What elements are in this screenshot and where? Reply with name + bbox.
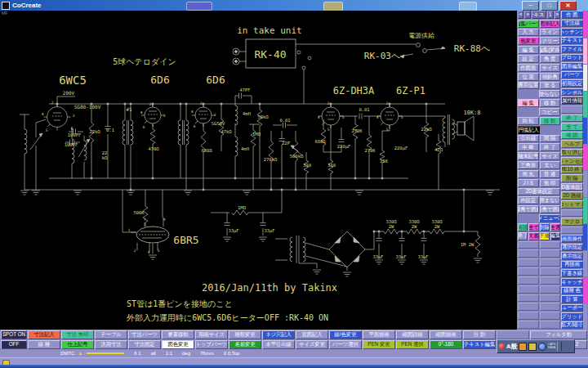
sidebar-button[interactable]: 編集(変曲) — [540, 46, 561, 54]
sidebar-menu-button[interactable]: 拡大/縮小 — [561, 321, 583, 330]
sidebar-button[interactable]: 全選 — [550, 223, 560, 231]
sidebar-pager-button[interactable]: « — [518, 11, 523, 19]
sidebar-menu-button[interactable]: 下書き線 — [561, 269, 583, 277]
sidebar-button[interactable]: 設 定 — [518, 55, 539, 63]
sidebar-menu-button[interactable]: テキスト — [561, 37, 583, 45]
sidebar-pager-button[interactable]: » — [524, 11, 530, 19]
toolbar-button[interactable]: トップパーツ — [195, 340, 228, 349]
sidebar-menu-button[interactable]: 初期設定 — [561, 79, 583, 88]
sidebar-button[interactable]: 塗 る — [540, 82, 561, 90]
sidebar-menu-button[interactable]: 表示指定 — [561, 252, 583, 260]
sidebar-pager-button[interactable]: 1 — [547, 11, 553, 19]
toolbar-button[interactable]: PEN 選択 — [396, 340, 429, 349]
sidebar-menu-button[interactable]: シンボル — [561, 88, 583, 96]
ime-help-icon[interactable] — [538, 343, 546, 351]
toolbar-button[interactable]: 縮図詳細 — [396, 330, 429, 339]
toolbar-button[interactable]: 線 種 — [28, 340, 60, 349]
drawing-canvas[interactable]: MF in take unitRK-40電源供給RK-03へRK-88へ5球ヘテ… — [0, 11, 517, 330]
sidebar-menu-button[interactable]: キャンセル — [561, 157, 583, 165]
toolbar-button[interactable]: 寸法 矢印 — [61, 330, 94, 339]
toolbar-button[interactable]: 寸法記入 — [28, 330, 60, 339]
sidebar-button[interactable]: 表示位置 — [518, 82, 539, 90]
toolbar-button[interactable]: 窓図記入 — [296, 330, 328, 339]
toolbar-button[interactable]: 要素移動 — [162, 330, 194, 339]
sidebar-button[interactable]: 入 力 — [518, 29, 539, 37]
toolbar-button[interactable]: テキスト編集 — [463, 340, 496, 349]
sidebar-button[interactable]: ライン — [540, 29, 561, 37]
ime-pad-icon[interactable] — [528, 343, 537, 351]
toolbar-button[interactable]: 名前変更 — [229, 340, 261, 349]
ime-mode-button[interactable]: A般 — [506, 343, 517, 351]
toolbar-button[interactable]: 線/色変更 — [329, 330, 362, 339]
sidebar-button[interactable]: 間 隔 — [540, 135, 561, 143]
toolbar-button[interactable]: 寸法固定 — [128, 340, 161, 349]
sidebar-button[interactable]: 確認 — [518, 223, 528, 231]
ime-pen-icon[interactable] — [519, 343, 527, 351]
toolbar-button[interactable]: 寸法パーツ — [128, 330, 161, 339]
sidebar-button[interactable]: 編 集 — [518, 99, 539, 107]
sidebar-button[interactable]: 移 動 — [540, 99, 561, 107]
sidebar-button[interactable]: 終了 — [518, 232, 528, 240]
toolbar-button[interactable]: PEN 変更 — [363, 340, 395, 349]
toolbar-button[interactable]: 平面描画 — [363, 330, 395, 339]
sidebar-button[interactable]: 塗らない — [539, 90, 561, 98]
sidebar-button[interactable]: 端末記号 — [518, 152, 539, 160]
sidebar-button[interactable]: 傾斜角 — [540, 73, 561, 81]
sidebar-button[interactable]: 縁角で囲む — [518, 205, 539, 213]
sidebar-menu-button[interactable]: 2D 路線 — [561, 191, 583, 200]
toolbar-button[interactable]: SPOT ON — [1, 330, 27, 339]
sidebar-menu-button[interactable]: ファイル — [561, 45, 583, 53]
toolbar-button[interactable]: フィルタ動 — [530, 330, 587, 339]
toolbar-button[interactable]: OFF — [1, 340, 27, 349]
sidebar-button[interactable]: 円弧記入 — [518, 126, 540, 134]
sidebar-menu-button[interactable]: ビューポート — [561, 304, 583, 312]
sidebar-button[interactable]: 編 集 — [518, 46, 539, 54]
toolbar-button[interactable]: 種類変更 — [229, 330, 261, 339]
sidebar-button[interactable]: 削除 — [540, 223, 550, 231]
sidebar-menu-button[interactable]: 計 算 — [561, 295, 583, 303]
minimize-button[interactable]: ─ — [522, 1, 539, 11]
ime-toolbar[interactable]: A般 CAPS KANA — [497, 339, 575, 353]
toolbar-button[interactable]: 図色変更 — [162, 340, 194, 349]
sidebar-button[interactable]: 引出線 — [518, 135, 539, 143]
toolbar-button[interactable]: 0°-180 — [430, 340, 462, 349]
sidebar-menu-button[interactable]: 取り消し — [561, 149, 583, 157]
sidebar-button[interactable]: 下連 — [540, 232, 550, 240]
sidebar-button[interactable]: サイズ — [540, 64, 561, 72]
sidebar-button[interactable]: 太 い — [540, 161, 561, 169]
sidebar-menu-button[interactable]: 全 て — [561, 123, 583, 131]
sidebar-menu-button[interactable]: 確 認 — [561, 132, 583, 140]
sidebar-button[interactable]: 斜角で囲む — [540, 205, 561, 213]
sidebar-menu-button[interactable]: 寸法線 — [561, 20, 583, 28]
sidebar-button[interactable]: 移 動 — [540, 117, 561, 125]
sidebar-button[interactable]: 黒 丸 — [518, 170, 539, 178]
sidebar-menu-button[interactable]: グリッド — [561, 312, 583, 321]
toolbar-button[interactable]: 用紙サイズ — [195, 330, 228, 339]
toolbar-button[interactable]: 水平引出線 — [262, 340, 295, 349]
maximize-button[interactable]: □ — [541, 1, 558, 11]
window-titlebar[interactable]: CoCreate ─ □ ✕ — [0, 0, 588, 11]
sidebar-button[interactable]: 普 通 — [540, 170, 561, 178]
close-button[interactable]: ✕ — [559, 1, 577, 11]
toolbar-button[interactable]: 汎用寸法 — [95, 340, 127, 349]
sidebar-menu-button[interactable]: 再描画 — [561, 261, 583, 269]
sidebar-button[interactable]: 無 印 — [540, 179, 561, 187]
sidebar-button[interactable]: スクリーン — [540, 37, 561, 45]
sidebar-button[interactable]: 編集パーツ — [518, 20, 539, 28]
sidebar-button[interactable]: J I S — [518, 179, 539, 187]
sidebar-menu-button[interactable]: 図形編集 — [561, 62, 583, 70]
toolbar-button[interactable]: 仕上記号 — [61, 340, 94, 349]
sidebar-button[interactable]: 位 置 — [518, 73, 539, 81]
sidebar-menu-button[interactable]: ハッチング — [561, 28, 583, 36]
toolbar-button[interactable]: サイズ変更 — [296, 340, 328, 349]
sidebar-menu-button[interactable]: 画面操作 — [561, 235, 583, 243]
sidebar-menu-button[interactable]: 削 除 — [561, 174, 583, 182]
toolbar-button[interactable]: 縮図描画 — [430, 330, 462, 339]
sidebar-menu-button[interactable]: 作 図 — [561, 11, 583, 19]
sidebar-button[interactable]: 角 度 — [540, 55, 561, 63]
toolbar-button[interactable]: 分 割 — [463, 330, 496, 339]
sidebar-menu-button[interactable]: ヘルプ — [561, 140, 583, 148]
sidebar-menu-button[interactable]: パーツ — [561, 71, 583, 79]
sidebar-button[interactable]: 三角形 — [518, 161, 539, 169]
sidebar-menu-button[interactable]: ME10 終了 — [561, 166, 583, 174]
